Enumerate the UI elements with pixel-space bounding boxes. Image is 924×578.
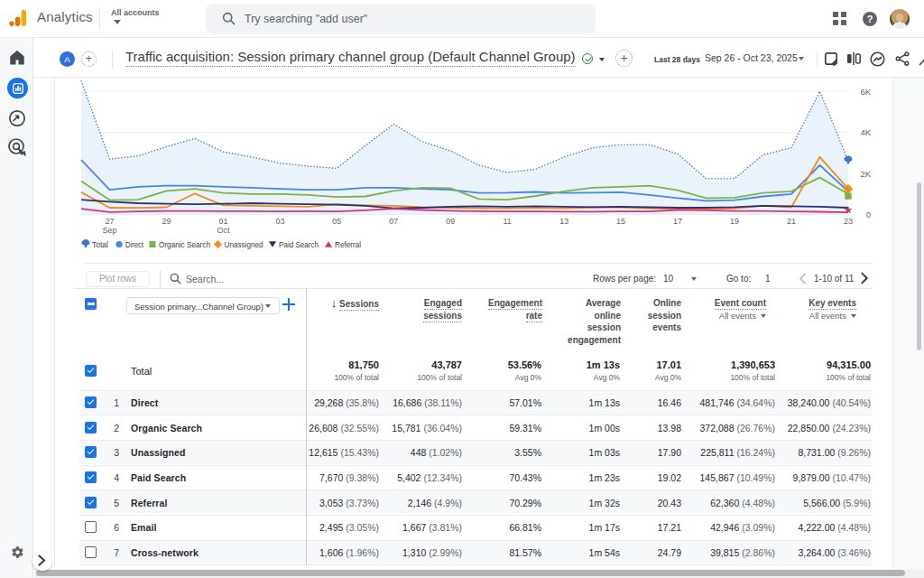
- svg-text:Referral: Referral: [335, 240, 361, 249]
- svg-text:15: 15: [616, 217, 625, 226]
- svg-text:Total: Total: [92, 240, 108, 249]
- svg-text:09: 09: [446, 217, 455, 226]
- svg-text:27: 27: [105, 217, 114, 226]
- svg-text:Oct: Oct: [217, 226, 230, 235]
- svg-text:4K: 4K: [860, 127, 871, 137]
- svg-text:13: 13: [559, 217, 568, 226]
- svg-text:17: 17: [673, 217, 682, 226]
- svg-text:23: 23: [844, 217, 853, 226]
- svg-text:29: 29: [162, 217, 171, 226]
- svg-text:11: 11: [504, 217, 512, 226]
- svg-text:01: 01: [218, 217, 227, 226]
- svg-text:0: 0: [866, 210, 871, 219]
- svg-text:07: 07: [389, 217, 398, 226]
- svg-text:19: 19: [730, 217, 739, 226]
- svg-text:?: ?: [867, 14, 873, 24]
- svg-text:03: 03: [275, 217, 284, 226]
- svg-text:Organic Search: Organic Search: [159, 240, 210, 249]
- svg-text:6K: 6K: [860, 87, 871, 97]
- svg-text:Paid Search: Paid Search: [279, 240, 319, 249]
- svg-text:Unassigned: Unassigned: [225, 240, 263, 249]
- svg-text:05: 05: [332, 217, 341, 226]
- svg-text:2K: 2K: [860, 169, 871, 179]
- svg-text:Direct: Direct: [125, 240, 143, 249]
- svg-text:Sep: Sep: [102, 226, 116, 235]
- svg-text:21: 21: [787, 217, 796, 226]
